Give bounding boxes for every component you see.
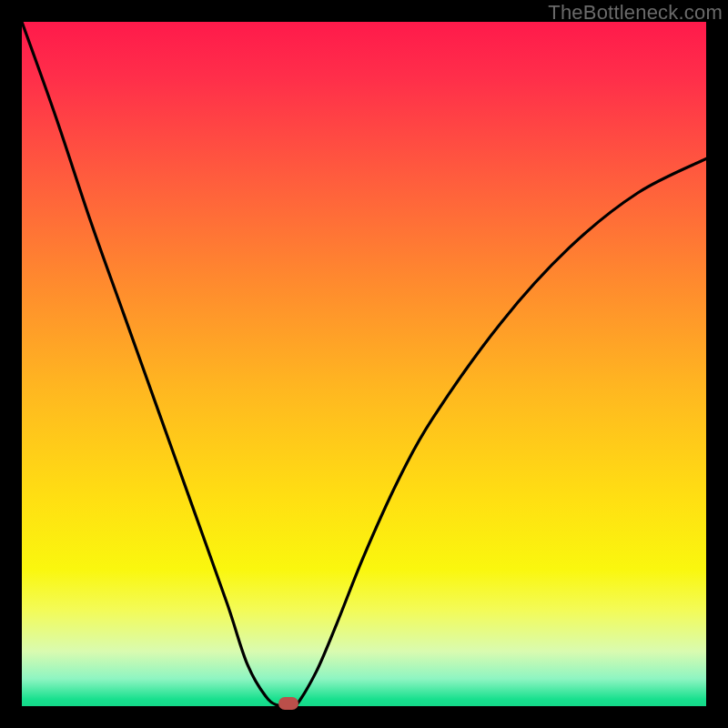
bottleneck-curve — [22, 22, 706, 706]
watermark-text: TheBottleneck.com — [548, 1, 723, 25]
plot-frame — [22, 22, 706, 706]
optimal-point-marker — [278, 697, 298, 710]
